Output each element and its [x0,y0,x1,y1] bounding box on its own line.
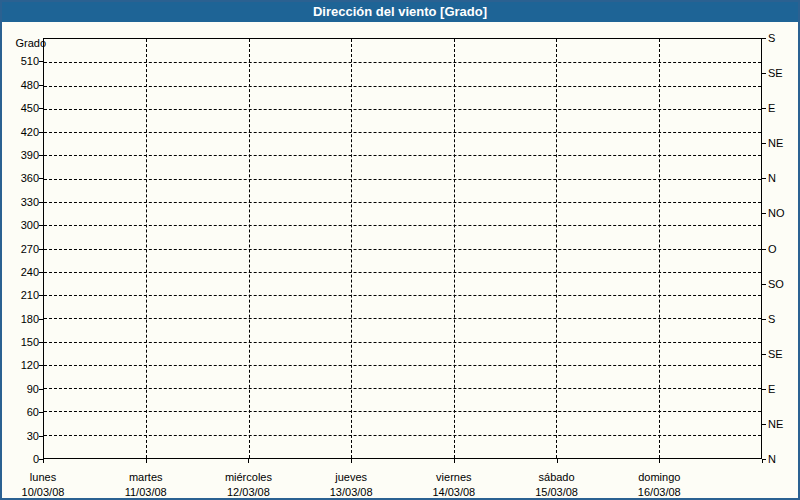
v-gridline [351,39,352,458]
y-left-tick-label: 120 [2,359,39,371]
y-left-tick-label: 390 [2,149,39,161]
y-right-tick-label: E [768,383,775,395]
y-left-tick-label: 510 [2,55,39,67]
v-gridline [659,39,660,458]
y-left-tick-label: 150 [2,336,39,348]
y-left-tick-label: 300 [2,219,39,231]
y-right-tick-label: NE [768,418,783,430]
y-right-tick-label: O [768,243,777,255]
y-right-tick-mark [762,284,766,285]
y-left-tick-label: 0 [2,453,39,465]
y-left-tick-label: 480 [2,79,39,91]
h-gridline [44,295,761,296]
y-right-tick-mark [762,249,766,250]
v-gridline [556,39,557,458]
h-gridline [44,272,761,273]
y-left-tick-mark [39,436,43,437]
x-day-date-label: 11/03/08 [94,486,198,498]
x-day-name-label: sábado [505,471,609,483]
chart-title-bar: Dirección del viento [Grado] [2,2,798,22]
h-gridline [44,342,761,343]
y-left-tick-mark [39,272,43,273]
y-left-tick-label: 330 [2,196,39,208]
y-left-tick-label: 180 [2,313,39,325]
y-left-tick-label: 450 [2,102,39,114]
y-right-tick-mark [762,424,766,425]
chart-title: Dirección del viento [Grado] [313,4,487,19]
h-gridline [44,132,761,133]
h-gridline [44,225,761,226]
x-day-date-label: 15/03/08 [505,486,609,498]
x-day-name-label: miércoles [196,471,300,483]
y-left-tick-mark [39,249,43,250]
x-day-name-label: domingo [607,471,711,483]
x-day-date-label: 16/03/08 [607,486,711,498]
y-right-tick-label: N [768,172,776,184]
v-gridline [146,39,147,458]
h-gridline [44,62,761,63]
x-tick-mark [351,459,352,463]
y-left-tick-mark [39,61,43,62]
x-tick-mark [43,459,44,463]
y-left-tick-label: 210 [2,289,39,301]
y-left-tick-label: 30 [2,430,39,442]
h-gridline [44,435,761,436]
y-right-tick-mark [762,38,766,39]
y-right-tick-label: NO [768,207,785,219]
x-tick-mark [762,459,763,463]
h-gridline [44,202,761,203]
x-day-name-label: viernes [402,471,506,483]
y-right-tick-mark [762,319,766,320]
y-left-tick-label: 60 [2,406,39,418]
h-gridline [44,411,761,412]
y-right-tick-mark [762,389,766,390]
y-left-tick-mark [39,202,43,203]
y-left-tick-mark [39,155,43,156]
x-tick-mark [146,459,147,463]
y-left-tick-label: 360 [2,172,39,184]
v-gridline [454,39,455,458]
x-tick-mark [454,459,455,463]
y-left-tick-mark [39,178,43,179]
x-day-name-label: martes [94,471,198,483]
wind-direction-chart-window: Dirección del viento [Grado] Grado 03060… [0,0,800,500]
h-gridline [44,388,761,389]
x-day-date-label: 12/03/08 [196,486,300,498]
y-right-tick-mark [762,354,766,355]
y-right-tick-label: SO [768,278,784,290]
y-right-tick-mark [762,213,766,214]
y-left-tick-mark [39,342,43,343]
x-tick-mark [659,459,660,463]
y-right-tick-label: SE [768,348,783,360]
y-left-tick-mark [39,389,43,390]
y-axis-unit-label: Grado [2,37,46,49]
y-right-tick-mark [762,178,766,179]
x-day-date-label: 10/03/08 [0,486,95,498]
y-left-tick-mark [39,365,43,366]
h-gridline [44,318,761,319]
h-gridline [44,155,761,156]
y-right-tick-label: S [768,32,775,44]
y-right-tick-mark [762,143,766,144]
x-tick-mark [557,459,558,463]
h-gridline [44,86,761,87]
y-left-tick-mark [39,295,43,296]
y-right-tick-label: SE [768,67,783,79]
y-left-tick-mark [39,319,43,320]
x-day-name-label: jueves [299,471,403,483]
h-gridline [44,109,761,110]
x-tick-mark [248,459,249,463]
y-left-tick-label: 240 [2,266,39,278]
y-left-tick-mark [39,225,43,226]
y-left-tick-mark [39,412,43,413]
y-right-tick-label: S [768,313,775,325]
y-left-tick-mark [39,132,43,133]
plot-area [43,38,762,459]
x-day-name-label: lunes [0,471,95,483]
y-right-tick-mark [762,73,766,74]
y-left-tick-mark [39,85,43,86]
y-left-tick-label: 90 [2,383,39,395]
h-gridline [44,365,761,366]
y-left-tick-label: 270 [2,243,39,255]
y-right-tick-mark [762,108,766,109]
